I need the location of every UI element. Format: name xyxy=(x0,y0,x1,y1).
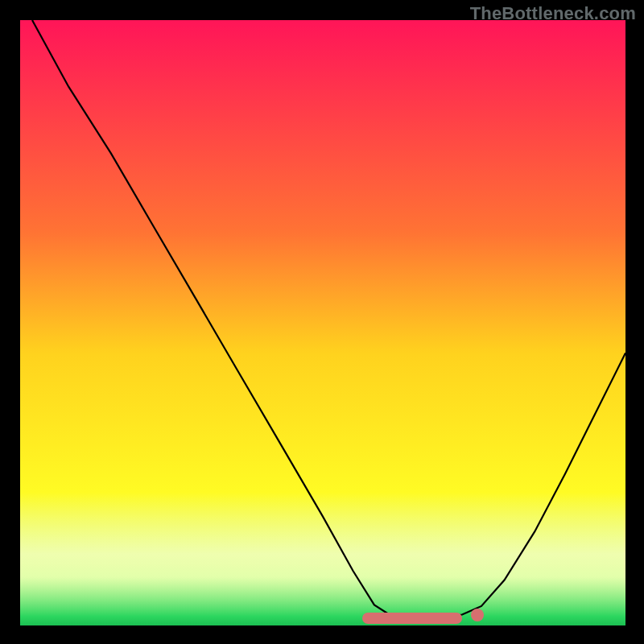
optimal-range-bar xyxy=(362,613,462,624)
chart-frame: TheBottleneck.com xyxy=(0,0,644,644)
bottleneck-curve xyxy=(20,20,625,625)
plot-area xyxy=(20,20,625,625)
marker-dot xyxy=(471,609,484,621)
